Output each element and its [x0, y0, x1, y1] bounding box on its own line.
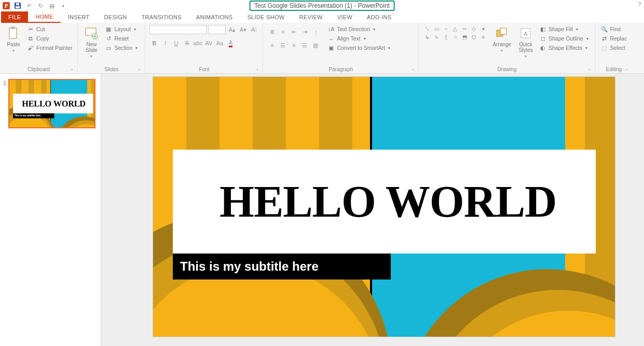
columns-button[interactable]: ▥ — [311, 41, 320, 50]
character-spacing-button[interactable]: AV — [204, 38, 213, 48]
increase-indent-button[interactable]: ⇥ — [300, 27, 309, 36]
font-size-input[interactable] — [208, 25, 226, 34]
start-from-beginning-icon[interactable]: ▤ — [48, 2, 56, 10]
window-title: Test Google Slides Presentation (1) - Po… — [249, 1, 395, 11]
shape-curve-icon[interactable]: ∿ — [432, 33, 441, 41]
ribbon-tabs: FILE HOME INSERT DESIGN TRANSITIONS ANIM… — [0, 11, 644, 23]
shape-gallery[interactable]: ＼ ▭ ○ △ ⇨ ◇ ▾ ↳ ∿ { ☆ ⬒ ⬡ ≡ — [423, 25, 487, 41]
section-icon: ▭ — [105, 44, 112, 51]
text-direction-icon: ↕A — [327, 25, 335, 33]
align-text-button[interactable]: ⫠Align Text▾ — [326, 34, 391, 43]
decrease-indent-button[interactable]: ⇤ — [289, 27, 298, 36]
tab-insert[interactable]: INSERT — [61, 11, 97, 23]
tab-view[interactable]: VIEW — [330, 11, 360, 23]
cut-icon: ✂ — [27, 25, 34, 33]
paste-button[interactable]: Paste ▾ — [4, 25, 23, 54]
change-case-button[interactable]: Aa — [215, 38, 224, 48]
new-slide-icon — [84, 26, 99, 41]
shape-triangle-icon[interactable]: △ — [451, 25, 459, 32]
layout-button[interactable]: ▦Layout▾ — [104, 25, 139, 33]
font-color-button[interactable]: A — [226, 38, 235, 48]
undo-icon[interactable]: ↶ — [25, 2, 33, 10]
shape-more1-icon[interactable]: ▾ — [479, 25, 487, 32]
bold-button[interactable]: B — [149, 38, 159, 48]
shape-hex-icon[interactable]: ⬡ — [470, 33, 478, 41]
help-icon[interactable]: ? — [638, 1, 641, 7]
arrange-icon — [495, 26, 509, 41]
paste-icon — [6, 26, 21, 41]
shadow-button[interactable]: abc — [193, 38, 202, 48]
shape-more2-icon[interactable]: ≡ — [479, 33, 487, 41]
shape-arrow-icon[interactable]: ⇨ — [460, 25, 469, 32]
find-button[interactable]: 🔍Find — [599, 25, 628, 33]
section-button[interactable]: ▭Section▾ — [104, 44, 139, 52]
text-direction-button[interactable]: ↕AText Direction▾ — [326, 25, 391, 33]
reset-button[interactable]: ↺Reset — [104, 34, 139, 43]
tab-addins[interactable]: ADD-INS — [360, 11, 399, 23]
shape-brace-icon[interactable]: { — [442, 33, 450, 41]
group-clipboard: Paste ▾ ✂Cut ⧉Copy 🖌Format Painter Clipb… — [0, 23, 78, 73]
group-label-drawing: Drawing — [423, 66, 591, 72]
numbering-button[interactable]: ≡ — [278, 27, 287, 36]
ribbon: Paste ▾ ✂Cut ⧉Copy 🖌Format Painter Clipb… — [0, 23, 644, 74]
tab-design[interactable]: DESIGN — [97, 11, 134, 23]
tab-file[interactable]: FILE — [1, 11, 28, 23]
svg-rect-5 — [9, 28, 17, 38]
cut-button[interactable]: ✂Cut — [26, 25, 73, 33]
shape-diamond-icon[interactable]: ◇ — [470, 25, 478, 32]
bullets-button[interactable]: ≣ — [267, 27, 277, 36]
font-name-input[interactable] — [149, 25, 207, 34]
shape-connector-icon[interactable]: ↳ — [423, 33, 431, 41]
svg-rect-6 — [11, 26, 15, 29]
tab-home[interactable]: HOME — [28, 11, 60, 23]
copy-button[interactable]: ⧉Copy — [26, 34, 73, 43]
svg-text:P: P — [5, 3, 8, 9]
increase-font-icon[interactable]: A▴ — [227, 25, 237, 34]
align-text-icon: ⫠ — [327, 35, 335, 42]
replace-button[interactable]: ⇄Replac — [599, 34, 628, 43]
new-slide-button[interactable]: New Slide ▾ — [82, 25, 101, 60]
clear-formatting-icon[interactable]: A⃠ — [249, 25, 258, 34]
shape-star-icon[interactable]: ☆ — [451, 33, 459, 41]
shape-callout-icon[interactable]: ⬒ — [460, 33, 469, 41]
save-icon[interactable] — [13, 2, 22, 10]
shape-fill-button[interactable]: ◧Shape Fill▾ — [538, 25, 590, 33]
strikethrough-button[interactable]: S — [182, 38, 191, 48]
justify-button[interactable]: ☰ — [300, 41, 309, 50]
shape-outline-button[interactable]: ◻Shape Outline▾ — [538, 34, 590, 43]
select-button[interactable]: ⬚Select — [599, 44, 628, 52]
group-paragraph: ≣ ≡ ⇤ ⇥ ↕ ≡ ☰ ≡ ☰ ▥ ↕AText Direction▾ ⫠A… — [263, 23, 419, 73]
tab-animations[interactable]: ANIMATIONS — [189, 11, 240, 23]
redo-icon[interactable]: ↻ — [36, 2, 45, 10]
group-label-slides: Slides — [82, 66, 141, 72]
group-label-clipboard: Clipboard — [4, 66, 73, 72]
shape-effects-button[interactable]: ◐Shape Effects▾ — [538, 44, 590, 52]
shape-outline-icon: ◻ — [539, 35, 546, 42]
slide-thumbnail-1[interactable]: HELLO WORLDThis is my subtitle here — [8, 79, 95, 128]
select-icon: ⬚ — [600, 44, 608, 51]
align-center-button[interactable]: ☰ — [278, 41, 287, 50]
arrange-button[interactable]: Arrange ▾ — [490, 25, 513, 54]
align-left-button[interactable]: ≡ — [267, 41, 277, 50]
italic-button[interactable]: I — [160, 38, 170, 48]
find-icon: 🔍 — [600, 25, 608, 33]
shape-line-icon[interactable]: ＼ — [423, 25, 431, 32]
slide-1[interactable]: HELLO WORLDThis is my subtitle here — [153, 77, 615, 337]
qat-customize-icon[interactable]: ▾ — [59, 2, 67, 10]
convert-to-smartart-button[interactable]: ▣Convert to SmartArt▾ — [326, 44, 391, 52]
smartart-icon: ▣ — [327, 44, 335, 51]
tab-review[interactable]: REVIEW — [292, 11, 330, 23]
slide-thumbnail-panel[interactable]: 1 HELLO WORLDThis is my subtitle here — [0, 74, 101, 346]
tab-transitions[interactable]: TRANSITIONS — [134, 11, 189, 23]
slide-canvas-area[interactable]: HELLO WORLDThis is my subtitle here — [101, 74, 644, 346]
shape-rect-icon[interactable]: ▭ — [432, 25, 441, 32]
underline-button[interactable]: U — [171, 38, 181, 48]
decrease-font-icon[interactable]: A▾ — [238, 25, 248, 34]
format-painter-button[interactable]: 🖌Format Painter — [26, 44, 73, 52]
quick-styles-button[interactable]: A Quick Styles ▾ — [516, 25, 535, 60]
line-spacing-button[interactable]: ↕ — [311, 27, 320, 36]
shape-oval-icon[interactable]: ○ — [442, 25, 450, 32]
align-right-button[interactable]: ≡ — [289, 41, 298, 50]
tab-slideshow[interactable]: SLIDE SHOW — [240, 11, 292, 23]
svg-text:A: A — [524, 31, 528, 37]
